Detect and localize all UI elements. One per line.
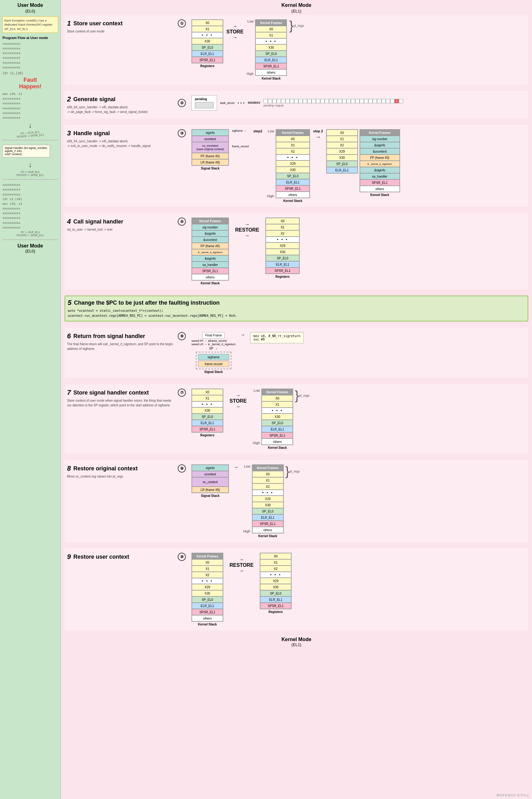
- ks4-others: others: [360, 186, 400, 192]
- step2-desc1: el0t_64_sync_handler -> el0_da(data abor…: [67, 105, 173, 114]
- step2-circle: ②: [178, 99, 186, 107]
- step3-desc-text: el0t_64_sync_handler -> el0_da(data abor…: [67, 139, 173, 148]
- step9-desc: 9 Restore user context: [67, 553, 173, 562]
- pt-regs-label: pt_regs: [293, 24, 304, 28]
- step7-reg-label: Registers: [200, 434, 214, 437]
- reg-spel0: SP_EL0: [192, 44, 223, 51]
- bit-24: [368, 99, 373, 103]
- ks-spsr-1: SPSR_EL1: [255, 63, 287, 69]
- s8-lr: LR (frame #0): [192, 487, 229, 493]
- step4-desc: 4 Call signal handler ret_to_user -> ker…: [67, 218, 173, 232]
- ks8-x2: X2: [252, 484, 283, 490]
- ks8-dots: • • •: [252, 490, 283, 496]
- ks9-x30: X30: [192, 590, 223, 596]
- high-3-1: High: [267, 194, 274, 198]
- s8-siginfo: siginfo: [192, 465, 229, 471]
- bit-28: [386, 99, 390, 103]
- r9-x1: X1: [260, 559, 291, 565]
- ks9-spsr: SPSR_EL1: [192, 609, 223, 615]
- ks8-x29: X29: [252, 496, 283, 502]
- ks4-siginfo2: &siginfo: [360, 167, 400, 173]
- r4-x1: X1: [266, 224, 299, 230]
- bit-14: [325, 99, 329, 103]
- bit-26: [377, 99, 381, 103]
- r2-x0: X0: [326, 129, 358, 136]
- step5-section: 5 Change the $PC to be just after the fa…: [64, 295, 528, 322]
- step4-ks-label: Kernel Stack: [201, 282, 220, 285]
- bit-2: [272, 99, 277, 103]
- bit-5: [285, 99, 290, 103]
- step2-visual: ② pending task_struct • • • SIGSEGV: [178, 95, 526, 110]
- step6-final-frame: Final Frame: [203, 332, 225, 339]
- step2-content: 2 Generate signal el0t_64_sync_handler -…: [67, 93, 526, 116]
- step1-num: 1: [67, 19, 71, 28]
- r2-x30: X30: [326, 155, 358, 161]
- step8-title: Restore original context: [73, 465, 137, 472]
- ks-x1-1: X1: [255, 32, 287, 38]
- ks-x30-1: X30: [255, 44, 287, 51]
- high-8: High: [243, 529, 250, 533]
- bit-27: [381, 99, 386, 103]
- r2-x29: X29: [326, 148, 358, 155]
- ks3-elr: ELR_EL1: [276, 179, 310, 185]
- ks-dots-1: • • •: [255, 38, 287, 44]
- ks8-x1: X1: [252, 477, 283, 484]
- step9-reg-stack: X0 X1 X2 • • • X29 X30 SP_EL0 ELR_EL1 SP…: [260, 553, 291, 609]
- bit-4: [281, 99, 285, 103]
- r2-x2: X2: [326, 142, 358, 148]
- step7-ks-label: Kernel Stack: [268, 446, 287, 450]
- step4-content: 4 Call signal handler ret_to_user -> ker…: [67, 216, 526, 287]
- step8-visual: ⑧ siginfo ucontext uc_context LR (frame …: [178, 465, 526, 538]
- ks7-x0: X0: [262, 395, 293, 401]
- bit-19: [346, 99, 351, 103]
- pc-elr-label-1: PC -> ELR_EL1PSTATE -> SPSR_EL1: [2, 129, 58, 140]
- ks7-x1: X1: [262, 401, 293, 407]
- r4-x0: X0: [266, 218, 299, 224]
- step8-ss: siginfo ucontext uc_context LR (frame #0…: [191, 465, 229, 497]
- r9-spsr: SPSR_EL1: [260, 603, 291, 609]
- step4-num: 4: [67, 218, 71, 226]
- step3-ks1-group: Low High Kernel Frames X0 X1 X2 • • • X2…: [267, 129, 310, 203]
- step2-section: 2 Generate signal el0t_64_sync_handler -…: [64, 91, 528, 119]
- step6-sub: The final frame return will call _kernel…: [67, 342, 173, 351]
- step1-title: Store user context: [73, 20, 122, 27]
- step4-visual: ④ Kernel Frames sig number &siginfo &uco…: [178, 218, 526, 285]
- step7-sub: Store context of user mode when signal h…: [67, 398, 173, 407]
- step5-num: 5: [68, 299, 71, 307]
- bit-0: [264, 99, 268, 103]
- ks9-others: others: [192, 615, 223, 621]
- low-7: Low: [253, 388, 260, 392]
- step8-ks: Kernel Frames X0 X1 X2 • • • X29 X30 SP_…: [252, 465, 284, 538]
- step7-reg-stack: X0 X1 • • • X30 SP_EL0 ELR_EL1 SPSR_EL1: [191, 388, 223, 433]
- ks5-signum: sig number: [192, 224, 229, 230]
- step9-kstack: Kernel Frames X0 X1 X2 • • • X29 X30 SP_…: [191, 553, 223, 622]
- user-mode-subtitle: (EL0): [2, 9, 58, 14]
- reg-x30: X30: [192, 38, 223, 44]
- step5-title: Change the $PC to be just after the faul…: [74, 299, 220, 306]
- ks4-ucontext: &ucontext: [360, 148, 400, 155]
- reg-elr: ELR_EL1: [192, 51, 223, 57]
- arrow-down-1: ↓: [2, 122, 58, 129]
- r2-x1: X1: [326, 136, 358, 142]
- bit-18: [342, 99, 346, 103]
- ks3-x30: X30: [276, 167, 310, 173]
- step8-arrow: →: [232, 465, 240, 470]
- ks-x0-1: X0: [255, 26, 287, 32]
- watermark: 腾讯开发者社区 @ 尹矢山: [496, 793, 529, 797]
- bit-21: [355, 99, 360, 103]
- step6-content: 6 Return from signal handler The final f…: [67, 330, 526, 376]
- step5-header: 5 Change the $PC to be just after the fa…: [68, 299, 525, 307]
- ks4-siginfo: &siginfo: [360, 142, 400, 148]
- ks8-kf: Kernel Frames: [252, 465, 283, 471]
- step1-label: step1: [252, 129, 264, 133]
- step3-circle: ③: [178, 129, 186, 137]
- high-label-1: High: [247, 72, 254, 75]
- step1-store-label: → STORE →: [226, 19, 244, 44]
- bit-13: [320, 99, 325, 103]
- high-7: High: [253, 441, 260, 445]
- s8-ucontext: ucontext: [192, 471, 229, 477]
- step1-circle-num: ①: [178, 19, 188, 28]
- ks9-x29: X29: [192, 584, 223, 590]
- step3-ks2-group: X0 X1 X2 X29 X30 SP_EL0 ELR_EL1: [326, 129, 400, 197]
- low-label-1: Low: [247, 19, 253, 23]
